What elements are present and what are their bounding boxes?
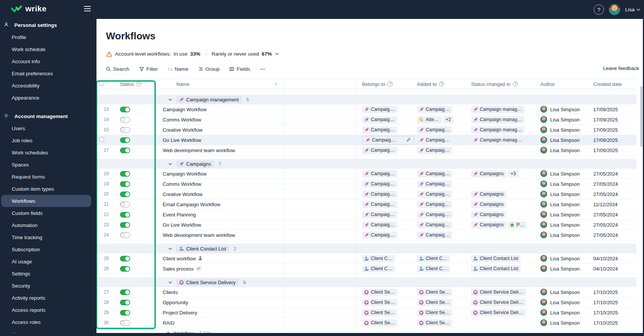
group-button[interactable]: Group xyxy=(198,66,220,72)
sidebar-item-automation[interactable]: Automation xyxy=(0,219,96,231)
status-changed-chip[interactable]: Campaign manag… xyxy=(471,126,524,134)
sidebar-item-settings[interactable]: Settings xyxy=(0,268,96,280)
status-changed-chip[interactable]: Campaign manag… xyxy=(471,116,524,123)
status-toggle[interactable] xyxy=(120,148,130,153)
workflow-name[interactable]: Campaign Workflow xyxy=(163,171,207,177)
added-to-chip[interactable]: Atte… xyxy=(417,116,442,123)
sidebar-item-ai-usage[interactable]: AI usage xyxy=(0,255,96,268)
belongs-to-chip[interactable]: Campaig… xyxy=(362,201,397,208)
workflow-name[interactable]: Comms Workflow xyxy=(163,117,201,123)
search-button[interactable]: Search xyxy=(106,66,129,72)
sidebar-item-account-info[interactable]: Account info xyxy=(0,55,96,67)
status-changed-chip[interactable]: Client Service Deli… xyxy=(471,309,526,316)
workflow-name[interactable]: Email Campaign Workflow xyxy=(163,202,220,207)
workflow-name[interactable]: Go Live Workflow xyxy=(163,222,201,228)
sidebar-item-request-forms[interactable]: Request forms xyxy=(0,171,96,183)
sidebar-item-appearance[interactable]: Appearance xyxy=(0,92,96,104)
belongs-to-chip[interactable]: Campaig… xyxy=(362,106,397,113)
status-toggle[interactable] xyxy=(120,191,130,197)
workflow-name[interactable]: Go Live Workflow xyxy=(163,137,201,143)
belongs-to-chip[interactable]: Campaig… xyxy=(363,137,398,144)
workflow-name[interactable]: Comms Workflow xyxy=(163,181,201,187)
status-changed-chip[interactable]: +3 xyxy=(508,170,518,177)
added-to-chip[interactable]: Campaig… xyxy=(417,211,452,218)
status-toggle[interactable] xyxy=(120,202,130,207)
workflow-name[interactable]: Sales process xyxy=(163,266,194,272)
status-toggle[interactable] xyxy=(120,300,130,305)
sidebar-item-activity-reports[interactable]: Activity reports xyxy=(0,292,96,304)
status-toggle[interactable] xyxy=(120,171,130,177)
chevron-down-icon[interactable] xyxy=(168,247,172,250)
sidebar-section-account-management[interactable]: Account management xyxy=(0,110,96,122)
added-to-chip[interactable]: Client Se… xyxy=(417,319,452,327)
added-to-chip[interactable]: Campaig… xyxy=(417,180,452,188)
added-to-chip[interactable]: Client C… xyxy=(417,265,450,272)
created-date-column-header[interactable]: Created date xyxy=(590,81,636,87)
sidebar-item-security[interactable]: Security xyxy=(0,280,96,292)
sidebar-item-accessibility[interactable]: Accessibility xyxy=(0,79,96,92)
status-toggle[interactable] xyxy=(120,256,130,261)
status-toggle[interactable] xyxy=(120,310,130,316)
chevron-down-icon[interactable] xyxy=(168,163,172,165)
author-column-header[interactable]: Author xyxy=(537,81,590,87)
belongs-to-chip[interactable]: Client C… xyxy=(362,265,395,272)
added-to-chip[interactable]: Campaig… xyxy=(417,201,452,208)
group-label[interactable]: Campaign management xyxy=(176,96,242,103)
status-toggle[interactable] xyxy=(120,117,130,123)
sidebar-item-job-roles[interactable]: Job roles xyxy=(0,134,96,146)
added-to-chip[interactable]: Client Se… xyxy=(417,309,452,316)
added-to-chip[interactable]: Campaig… xyxy=(417,170,452,177)
added-to-chip[interactable]: Campaig… xyxy=(417,221,452,229)
sidebar-item-time-tracking[interactable]: Time tracking xyxy=(0,231,96,243)
status-toggle[interactable] xyxy=(120,127,130,133)
sidebar-item-custom-item-types[interactable]: Custom item types xyxy=(0,183,96,195)
status-changed-chip[interactable]: Campaigns xyxy=(471,201,506,208)
status-column-header[interactable]: Status ? xyxy=(114,81,159,87)
workflow-name[interactable]: Event Planning xyxy=(163,212,196,218)
status-toggle[interactable] xyxy=(120,181,130,187)
status-changed-chip[interactable]: Client Service Deli… xyxy=(471,289,526,296)
workflow-name[interactable]: Client workflow xyxy=(163,256,196,261)
status-changed-chip[interactable]: Client Contact List xyxy=(471,265,521,272)
belongs-to-chip[interactable]: Campaig… xyxy=(362,180,397,188)
belongs-to-chip[interactable]: Campaig… xyxy=(362,191,397,198)
edit-pencil-icon[interactable] xyxy=(406,137,411,143)
row-checkbox[interactable] xyxy=(99,137,104,142)
name-column-header[interactable]: Name ↑ xyxy=(159,81,284,87)
status-toggle[interactable] xyxy=(120,232,130,238)
added-to-chip[interactable]: Client C… xyxy=(417,255,450,262)
chevron-down-icon[interactable] xyxy=(275,53,279,55)
added-to-chip[interactable]: Campaig… xyxy=(417,191,452,198)
belongs-to-chip[interactable]: Campaig… xyxy=(362,221,397,229)
status-changed-chip[interactable]: Campaign manag… xyxy=(471,137,524,144)
workflow-name[interactable]: Web development team workflow xyxy=(163,232,235,238)
status-changed-help-icon[interactable]: ? xyxy=(513,81,518,87)
hamburger-menu-icon[interactable] xyxy=(84,6,91,11)
sidebar-item-spaces[interactable]: Spaces xyxy=(0,159,96,171)
status-toggle[interactable] xyxy=(120,107,130,112)
sidebar-item-workflows[interactable]: Workflows xyxy=(1,195,91,207)
belongs-to-chip[interactable]: Client C… xyxy=(362,255,395,262)
leave-feedback-link[interactable]: Leave feedback xyxy=(603,65,639,71)
status-toggle[interactable] xyxy=(120,266,130,272)
belongs-to-column-header[interactable]: Belongs to ? xyxy=(355,81,414,87)
sidebar-item-custom-fields[interactable]: Custom fields xyxy=(0,207,96,219)
status-help-icon[interactable]: ? xyxy=(136,81,142,87)
select-all-checkbox[interactable] xyxy=(99,81,104,86)
belongs-to-help-icon[interactable]: ? xyxy=(387,81,393,87)
sort-button[interactable]: ↑↓ Name xyxy=(168,66,188,72)
belongs-to-chip[interactable]: Campaig… xyxy=(362,232,397,239)
workflow-name[interactable]: Opportunity xyxy=(163,300,188,305)
belongs-to-chip[interactable]: Campaig… xyxy=(362,170,397,177)
sidebar-item-work-schedule[interactable]: Work schedule xyxy=(0,43,96,55)
added-to-column-header[interactable]: Added to ? xyxy=(414,81,469,87)
workflow-name[interactable]: Campaign Workflow xyxy=(163,107,207,112)
sidebar-item-work-schedules[interactable]: Work schedules xyxy=(0,146,96,159)
status-toggle[interactable] xyxy=(120,320,130,326)
filter-button[interactable]: Filter xyxy=(139,66,158,72)
added-to-chip[interactable]: Campaig… xyxy=(417,126,452,134)
belongs-to-chip[interactable]: Client Se… xyxy=(362,309,397,316)
sidebar-item-users[interactable]: Users xyxy=(0,122,96,134)
status-changed-chip[interactable]: P… xyxy=(508,221,527,229)
sidebar-item-subscription[interactable]: Subscription xyxy=(0,243,96,255)
